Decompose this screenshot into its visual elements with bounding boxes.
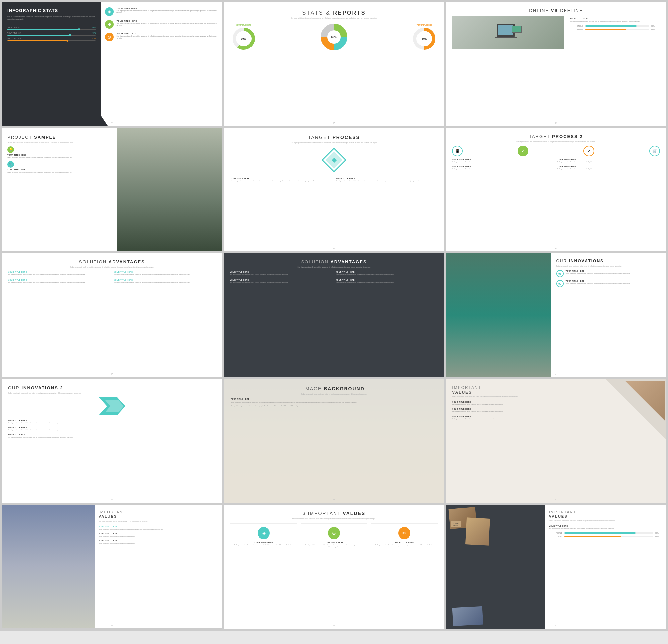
charts-row: YOUR TITLE HERE 60% (232, 22, 436, 52)
slide-9-item-2-body: Sed ut perspiciatis unde omnis iste natu… (566, 283, 631, 285)
slide-4-photo (117, 128, 222, 251)
process-line-1 (465, 151, 515, 151)
slide-11-item-title: YOUR TITLE HERE (231, 398, 438, 400)
slide-13-your-title: YOUR TITLE HERE (98, 526, 218, 528)
slide-5-subtitle: Sed ut perspiciatis unde omnis iste natu… (231, 142, 438, 144)
num-01: 01 (557, 270, 564, 277)
slide-8-items: YOUR TITLE HERE Sed ut perspiciatis unde… (230, 271, 438, 283)
page-num-12: 6C (555, 499, 557, 501)
card-2-icon: ⊕ (328, 527, 340, 539)
value-card-2: ⊕ YOUR TITLE HERE Sed ut perspiciatis un… (301, 523, 368, 551)
slide-7-item-2-title: YOUR TITLE HERE (113, 271, 216, 273)
slide-solution-advantages-dark: SOLUTION ADVANTAGES Sed ut perspiciatis … (224, 254, 444, 377)
slide-8-item-3-body: Sed ut perspiciatis unde omnis iste natu… (230, 282, 332, 284)
value-card-1: ◈ YOUR TITLE HERE Sed ut perspiciatis un… (230, 523, 297, 551)
slide-8-item-2-title: YOUR TITLE HERE (336, 271, 438, 273)
slide-11-item-body-2: Ide cupiditate non provident similique s… (231, 405, 438, 407)
card-2-title: YOUR TITLE HERE (304, 541, 364, 543)
teal-icon: ◈ (105, 7, 113, 16)
slide-stats-reports: STATS & REPORTS Sed ut perspiciatis unde… (224, 2, 444, 126)
slide-7-item-1-title: YOUR TITLE HERE (8, 271, 110, 273)
slide-8-item-4-body: Sed ut perspiciatis unde omnis iste natu… (336, 282, 438, 284)
slide-4-item-2: 🔧 YOUR TITLE HERE Sed ut perspiciatis un… (7, 161, 111, 173)
slide-7-item-2-body: Sed ut perspiciatis unde omnis iste natu… (113, 274, 216, 276)
slide-15-right: IMPORTANTVALUES Sed ut perspiciatis unde… (545, 505, 666, 629)
page-num-8: 5B (333, 373, 335, 375)
slide-6-item-1-body: Sed ut perspiciatis unde omnis iste natu… (452, 161, 555, 163)
sky-gradient (2, 505, 94, 628)
slide-8-title: SOLUTION ADVANTAGES (230, 259, 438, 264)
slide-4-subtitle: Sed ut perspiciatis unde omnis iste natu… (7, 141, 111, 143)
slide-11-subtitle: Sed ut perspiciatis unde omnis iste natu… (231, 393, 438, 395)
slide-our-innovations-2: OUR INNOVATIONS 2 Sed ut perspiciatis un… (2, 379, 222, 503)
slide-7-title: SOLUTION ADVANTAGES (8, 259, 216, 264)
slide-9-item-1-body: Sed ut perspiciatis unde omnis iste natu… (566, 273, 631, 275)
city-bar: CITY 64% (549, 536, 662, 537)
page-num-1: 1A (111, 122, 113, 124)
svg-rect-10 (512, 26, 521, 32)
slide-5-item-1-body: Sed ut perspiciatis unde omnis iste natu… (231, 180, 332, 182)
slide-6-item-1: YOUR TITLE HERE Sed ut perspiciatis unde… (452, 158, 555, 163)
pie-chart-label: 62% (331, 35, 337, 39)
slide-8-item-1: YOUR TITLE HERE Sed ut perspiciatis unde… (230, 271, 332, 276)
slides-grid: INFOGRAPHIC STATS Sed ut perspiciatis un… (0, 0, 668, 631)
device-photo (452, 16, 564, 49)
orange-donut-label: 50% (422, 37, 427, 40)
slide-9-item-2: 02 YOUR TITLE HERE Sed ut perspiciatis u… (557, 280, 662, 288)
slide-13-item-1: YOUR TITLE HERE Sed ut perspiciatis unde… (98, 533, 218, 537)
sky-photo (2, 505, 94, 628)
slide-3-important-values: 3 IMPORTANT VALUES Sed ut perspiciatis u… (224, 505, 444, 629)
slide-10-item-2-title: YOUR TITLE HERE (8, 426, 216, 428)
slide-infographic-stats: INFOGRAPHIC STATS Sed ut perspiciatis un… (2, 2, 222, 125)
item-1-title: YOUR TITLE HERE (116, 7, 218, 9)
bar-group-3: YOUR TITLE 201867% (7, 38, 95, 41)
slide-3-title: ONLINE VS OFFLINE (452, 8, 660, 13)
page-num-14: 7B (333, 625, 335, 627)
slide-4-item-2-title: YOUR TITLE HERE (7, 169, 111, 171)
slide-10-subtitle: Sed ut perspiciatis unde omnis iste natu… (8, 392, 216, 394)
product-photo-3 (452, 606, 483, 626)
slide-7-item-1-body: Sed ut perspiciatis unde omnis iste natu… (8, 274, 110, 276)
process-icons-row: 📱 ✓ ↗ 🛒 (452, 145, 660, 156)
slide-15-title: IMPORTANTVALUES (549, 510, 662, 519)
slide-7-item-4: YOUR TITLE HERE Sed ut perspiciatis unde… (113, 279, 216, 284)
slide-1-item-1: ◈ YOUR TITLE HERE Sed ut perspiciatis un… (105, 7, 218, 16)
slide-10-item-1-body: Sed ut perspiciatis unde omnis iste natu… (8, 422, 216, 424)
slide-3-item-body: Sed ut perspiciatis unde omnis iste natu… (570, 20, 658, 22)
slide-4-item-1-title: YOUR TITLE HERE (7, 154, 111, 156)
slide-7-item-3: YOUR TITLE HERE Sed ut perspiciatis unde… (8, 279, 110, 284)
slide-13-item-2-body: Sed ut perspiciatis unde omnis iste natu… (98, 542, 218, 544)
slide-5-items: YOUR TITLE HERE Sed ut perspiciatis unde… (231, 177, 438, 182)
slide-13-subtitle: Sed ut perspiciatis unde omnis iste natu… (98, 521, 218, 523)
page-num-5: 4A (333, 247, 335, 249)
page-num-7: 5A (111, 373, 113, 375)
slide-13-items: YOUR TITLE HERE Sed ut perspiciatis unde… (98, 533, 218, 544)
slide-3-right: YOUR TITLE HERE Sed ut perspiciatis unde… (568, 16, 660, 49)
num-02: 02 (557, 280, 564, 288)
slide-6-items: YOUR TITLE HERE Sed ut perspiciatis unde… (452, 158, 660, 170)
slide-13-right: IMPORTANTVALUES Sed ut perspiciatis unde… (94, 505, 222, 628)
slide-8-item-3: YOUR TITLE HERE Sed ut perspiciatis unde… (230, 279, 332, 284)
page-num-9: 5C (555, 373, 557, 375)
value-card-3: ✉ YOUR TITLE HERE Sed ut perspiciatis un… (371, 523, 438, 551)
page-num-11: 6B (333, 499, 335, 501)
process-icon-2: ✓ (518, 145, 528, 156)
slide-13-item-1-title: YOUR TITLE HERE (98, 533, 218, 535)
slide-online-offline: ONLINE VS OFFLINE YOUR TITLE HERE Sed ut… (446, 2, 666, 126)
orange-donut-wrap: YOUR TITLE HERE 50% (412, 24, 436, 50)
slide-important-values-2: IMPORTANTVALUES Sed ut perspiciatis unde… (2, 505, 222, 628)
slide-2-subtitle: Sed ut perspiciatis unde omnis iste natu… (232, 17, 436, 19)
green-lightbulb-icon: 💡 (7, 146, 14, 153)
slide-14-title: 3 IMPORTANT VALUES (230, 511, 438, 516)
bar-group-1: YOUR TITLE 201580% (7, 26, 95, 30)
product-photo-2 (465, 518, 490, 546)
slide-6-item-2: YOUR TITLE HERE Sed ut perspiciatis unde… (558, 158, 660, 163)
slide-8-item-4-title: YOUR TITLE HERE (336, 279, 438, 281)
green-icon: ⊕ (105, 20, 113, 29)
page-num-15: 7C (555, 625, 557, 627)
slide-7-item-4-title: YOUR TITLE HERE (113, 279, 216, 281)
online-bar: ONLINE 80% (570, 25, 658, 27)
river-photo (446, 254, 551, 377)
slide-6-item-4: YOUR TITLE HERE Sed ut perspiciatis unde… (558, 165, 660, 170)
slide-1-item-3: ◎ YOUR TITLE HERE Sed ut perspiciatis un… (105, 33, 218, 41)
